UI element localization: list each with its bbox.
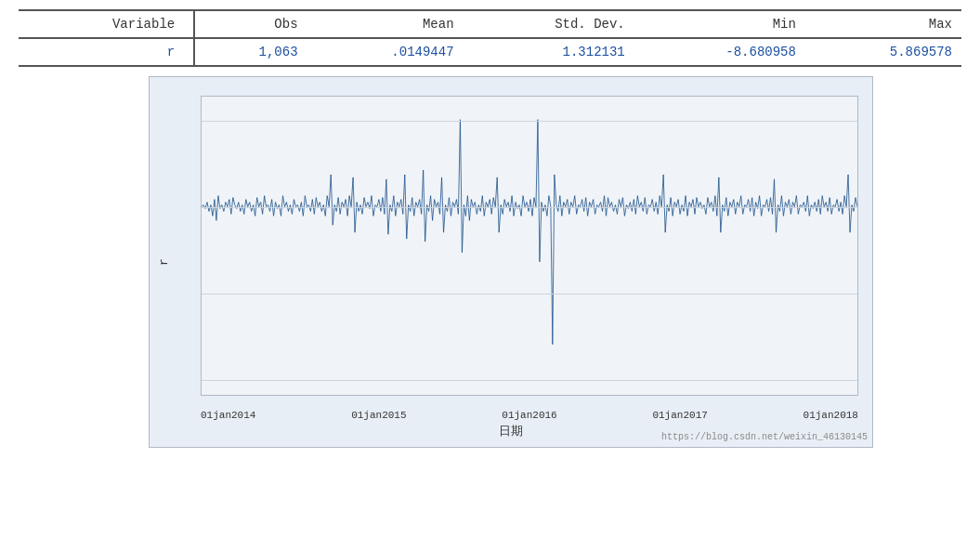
cell-std-dev: 1.312131 <box>464 38 634 66</box>
col-max: Max <box>805 10 961 38</box>
page-wrapper: Variable Obs Mean Std. Dev. Min Max r 1,… <box>0 0 980 550</box>
y-axis-label: r <box>157 258 171 266</box>
svg-rect-0 <box>202 97 857 395</box>
cell-max: 5.869578 <box>805 38 961 66</box>
col-std-dev: Std. Dev. <box>464 10 634 38</box>
x-tick-2016: 01jan2016 <box>502 410 556 421</box>
watermark: https://blog.csdn.net/weixin_46130145 <box>661 432 868 442</box>
cell-mean: .0149447 <box>307 38 464 66</box>
x-tick-2018: 01jan2018 <box>804 410 858 421</box>
cell-variable: r <box>19 38 194 66</box>
x-tick-2014: 01jan2014 <box>201 410 255 421</box>
chart-container: r 5 0 -5 -10 <box>149 76 873 448</box>
col-obs: Obs <box>194 10 307 38</box>
chart-svg <box>202 97 857 395</box>
stats-table: Variable Obs Mean Std. Dev. Min Max r 1,… <box>19 9 961 67</box>
cell-min: -8.680958 <box>634 38 805 66</box>
cell-obs: 1,063 <box>194 38 307 66</box>
x-tick-2015: 01jan2015 <box>351 410 406 421</box>
chart-inner: 5 0 -5 -10 <box>201 96 858 396</box>
x-axis-labels: 01jan2014 01jan2015 01jan2016 01jan2017 … <box>201 410 858 421</box>
col-mean: Mean <box>307 10 464 38</box>
chart-series <box>202 120 857 345</box>
y-tick-0: 0 <box>202 207 857 208</box>
col-min: Min <box>634 10 805 38</box>
x-tick-2017: 01jan2017 <box>652 410 707 421</box>
y-tick-neg5: -5 <box>202 294 857 295</box>
y-tick-5: 5 <box>202 121 857 122</box>
y-tick-neg10: -10 <box>202 380 857 381</box>
col-variable: Variable <box>19 10 194 38</box>
